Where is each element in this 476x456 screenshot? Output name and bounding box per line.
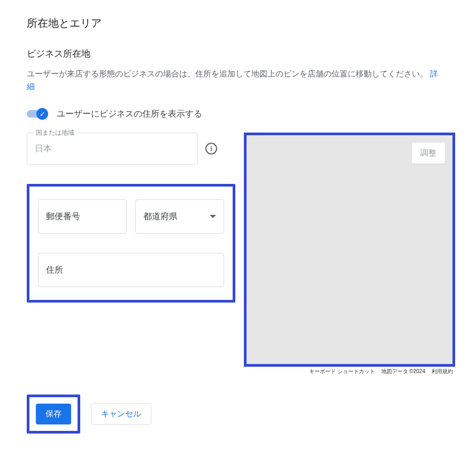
address-placeholder: 住所 xyxy=(46,265,63,276)
toggle-thumb: ✓ xyxy=(36,108,48,120)
page-title: 所在地とエリア xyxy=(27,16,449,30)
check-icon: ✓ xyxy=(40,110,45,118)
save-button-highlight: 保存 xyxy=(27,395,80,434)
address-fields-highlight: 郵便番号 都道府県 住所 xyxy=(27,184,235,303)
section-description: ユーザーが来店する形態のビジネスの場合は、住所を追加して地図上のピンを店舗の位置… xyxy=(27,67,444,93)
prefecture-placeholder: 都道府県 xyxy=(143,211,178,222)
address-field[interactable]: 住所 xyxy=(38,253,224,287)
save-button[interactable]: 保存 xyxy=(36,404,71,424)
postal-code-field[interactable]: 郵便番号 xyxy=(38,199,127,234)
cancel-button[interactable]: キャンセル xyxy=(91,403,151,425)
map-footer: キーボード ショートカット 地図データ ©2024 利用規約 xyxy=(244,368,455,375)
map-panel[interactable]: 調整 xyxy=(244,133,455,367)
postal-code-placeholder: 郵便番号 xyxy=(46,211,80,222)
section-description-text: ユーザーが来店する形態のビジネスの場合は、住所を追加して地図上のピンを店舗の位置… xyxy=(27,69,430,78)
map-keyboard-shortcuts-link[interactable]: キーボード ショートカット xyxy=(309,368,375,375)
map-data-attribution: 地図データ ©2024 xyxy=(381,368,425,375)
info-icon[interactable]: i xyxy=(205,143,217,154)
show-address-toggle[interactable]: ✓ xyxy=(27,108,48,120)
chevron-down-icon xyxy=(210,215,216,218)
country-field-label: 国または地域 xyxy=(34,128,76,137)
section-title: ビジネス所在地 xyxy=(27,48,449,60)
country-field[interactable]: 国または地域 日本 xyxy=(27,133,198,165)
action-row: 保存 キャンセル xyxy=(27,395,449,434)
map-terms-link[interactable]: 利用規約 xyxy=(432,368,453,375)
show-address-toggle-row: ✓ ユーザーにビジネスの住所を表示する xyxy=(27,108,449,120)
map-adjust-button[interactable]: 調整 xyxy=(412,143,445,164)
prefecture-select[interactable]: 都道府県 xyxy=(135,199,224,234)
country-field-value: 日本 xyxy=(35,143,52,154)
show-address-toggle-label: ユーザーにビジネスの住所を表示する xyxy=(57,109,202,120)
